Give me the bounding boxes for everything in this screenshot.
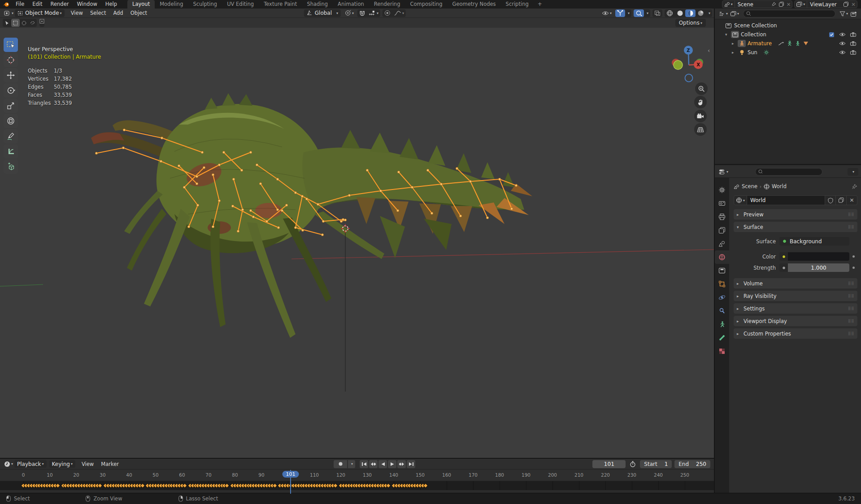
breadcrumb-world[interactable]: World (772, 183, 787, 190)
viewlayer-icon[interactable]: ▾ (795, 1, 807, 8)
snap-toggle-icon[interactable] (357, 9, 367, 17)
show-gizmo-toggle[interactable] (615, 9, 625, 17)
show-overlays-toggle[interactable] (634, 9, 644, 17)
color-keyframe-dot[interactable] (852, 255, 855, 258)
viewport-menu-item[interactable]: Add (109, 10, 126, 16)
outliner-row[interactable]: Scene Collection (715, 21, 861, 30)
menu-item[interactable]: Edit (28, 0, 46, 9)
zoom-button[interactable] (695, 82, 708, 95)
shading-wireframe-toggle[interactable] (665, 9, 675, 17)
proportional-falloff-dropdown[interactable]: ▾ (392, 9, 406, 17)
transform-orientation-dropdown[interactable]: Global▾ (304, 9, 341, 17)
tool-button[interactable] (4, 38, 18, 52)
workspace-tab[interactable]: UV Editing (222, 0, 259, 9)
menu-item[interactable]: Help (101, 0, 121, 9)
workspace-tab[interactable]: Animation (333, 0, 369, 9)
outliner-search-input[interactable] (752, 11, 832, 17)
tool-button[interactable] (4, 83, 18, 98)
menu-item[interactable]: File (12, 0, 28, 9)
properties-tab[interactable] (715, 250, 729, 264)
properties-tab[interactable] (715, 331, 729, 345)
play-reverse-button[interactable] (378, 460, 387, 468)
start-frame-field[interactable]: Start1 (640, 460, 672, 468)
menu-item[interactable]: Render (47, 0, 73, 9)
pin-icon[interactable] (770, 1, 778, 8)
viewport-menu-item[interactable]: Select (87, 10, 109, 16)
gizmo-dropdown[interactable]: ▾ (625, 9, 631, 17)
blender-logo-icon[interactable] (0, 1, 12, 7)
next-keyframe-button[interactable] (397, 460, 406, 468)
properties-options-dropdown[interactable]: ▾ (848, 168, 858, 176)
creature-model[interactable] (91, 93, 532, 338)
mode-dropdown[interactable]: Object Mode▾ (15, 9, 65, 17)
outliner-display-mode-dropdown[interactable]: ▾ (718, 10, 729, 17)
workspace-tab[interactable]: Rendering (369, 0, 405, 9)
select-lasso-icon[interactable] (28, 19, 37, 27)
keyframe-diamond[interactable] (386, 483, 391, 488)
outliner-search[interactable] (743, 10, 835, 17)
keyframe-track[interactable] (0, 481, 714, 490)
keyframe-diamond[interactable] (225, 483, 230, 488)
sun-icon[interactable] (764, 50, 769, 55)
workspace-tab[interactable]: Sculpting (188, 0, 222, 9)
view-menu[interactable]: View (78, 461, 97, 467)
pan-button[interactable] (694, 96, 707, 108)
mesh-icon[interactable] (803, 41, 809, 46)
properties-search-input[interactable] (764, 169, 819, 174)
ortho-toggle-button[interactable] (694, 123, 707, 136)
shading-dropdown[interactable]: ▾ (706, 9, 712, 17)
viewlayer-name[interactable]: ViewLayer (807, 1, 842, 8)
editor-type-icon[interactable]: ▾ (3, 9, 15, 17)
shading-solid-toggle[interactable] (675, 9, 685, 17)
workspace-tab[interactable]: Texture Paint (259, 0, 302, 9)
viewport-3d[interactable]: ▾ Object Mode▾ ViewSelectAddObject Globa… (0, 9, 714, 458)
camera-icon[interactable] (850, 32, 857, 37)
disclosure-caret[interactable]: ▾ (725, 32, 731, 37)
anim-icon[interactable] (778, 42, 784, 46)
viewport-menu-item[interactable]: Object (127, 10, 151, 16)
pose-icon[interactable] (787, 41, 792, 46)
scene-icon[interactable]: ▾ (722, 1, 735, 8)
properties-editor-icon[interactable]: ▾ (718, 168, 730, 176)
unlink-world-icon[interactable]: ✕ (847, 195, 857, 205)
tool-button[interactable] (4, 68, 18, 82)
visibility-dropdown[interactable]: ▾ (600, 9, 613, 17)
tool-button[interactable] (4, 159, 18, 174)
workspace-tab[interactable]: Scripting (501, 0, 534, 9)
new-world-icon[interactable] (836, 195, 847, 205)
menu-item[interactable]: Window (73, 0, 101, 9)
playback-menu[interactable]: Playback▾ (14, 460, 47, 468)
properties-tab[interactable] (715, 345, 729, 358)
xray-toggle[interactable] (652, 9, 662, 17)
viewport-menu-item[interactable]: View (67, 10, 87, 16)
keyframe-diamond[interactable] (333, 483, 338, 488)
eye-icon[interactable] (839, 41, 846, 46)
armature-data-icon[interactable] (795, 41, 800, 46)
select-circle-icon[interactable] (20, 19, 28, 27)
checkbox-icon[interactable] (828, 32, 835, 37)
camera-icon[interactable] (850, 50, 857, 55)
current-frame-field[interactable]: 101 (592, 460, 626, 468)
keying-dropdown[interactable]: ▾ (348, 460, 355, 468)
new-viewlayer-icon[interactable] (842, 1, 850, 8)
properties-tab[interactable] (715, 277, 729, 291)
add-workspace-button[interactable]: + (534, 0, 546, 9)
fake-user-icon[interactable] (825, 195, 836, 205)
browse-world-dropdown[interactable]: ▾ (734, 195, 747, 205)
select-tweak-icon[interactable] (3, 19, 11, 27)
breadcrumb-scene[interactable]: Scene (742, 183, 757, 190)
overlays-dropdown[interactable]: ▾ (644, 9, 650, 17)
panel-header[interactable]: ▸ Preview ⣿⣿ (734, 209, 857, 220)
panel-header[interactable]: ▸ Viewport Display ⣿⣿ (734, 316, 857, 326)
current-frame-indicator[interactable]: 101 (282, 471, 299, 478)
pivot-point-dropdown[interactable]: ▾ (344, 9, 355, 17)
marker-menu[interactable]: Marker (97, 461, 122, 467)
tool-button[interactable] (4, 53, 18, 67)
properties-tab[interactable] (715, 224, 729, 237)
play-button[interactable] (388, 460, 396, 468)
remove-viewlayer-icon[interactable]: ✕ (850, 1, 857, 8)
properties-tab[interactable] (715, 183, 729, 197)
properties-tab[interactable] (715, 318, 729, 331)
color-socket[interactable] (779, 252, 788, 261)
color-swatch[interactable] (788, 252, 849, 261)
